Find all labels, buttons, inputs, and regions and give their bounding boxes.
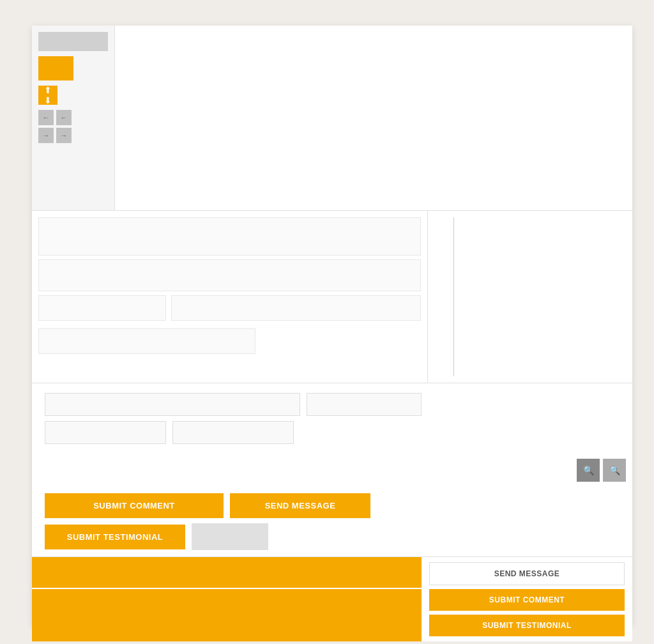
nav-arrows: ← ← → →: [38, 110, 108, 143]
bottom-orange-area: [32, 557, 422, 641]
submit-testimonial-button[interactable]: SUBMIT TESTIMONIAL: [45, 525, 185, 549]
input-field-3[interactable]: [45, 421, 166, 444]
form-row-1: [45, 393, 620, 416]
arrow-row-right: → →: [38, 128, 108, 143]
content-box-1: [38, 217, 421, 256]
sidebar-gray-top: [38, 32, 108, 51]
submit-comment-button[interactable]: SUBMIT COMMENT: [45, 493, 224, 518]
form-row-2: [45, 421, 620, 444]
content-box-2: [38, 259, 421, 291]
search-button-1[interactable]: 🔍: [577, 459, 600, 482]
input-field-4[interactable]: [172, 421, 294, 444]
input-field-1[interactable]: [45, 393, 300, 416]
content-box-3b: [171, 295, 421, 321]
bottom-submit-testimonial-button[interactable]: SUBMIT TESTIMONIAL: [429, 615, 625, 636]
orange-bar-top: [32, 557, 422, 589]
left-sidebar: ⬆⬇ ← ← → →: [32, 26, 115, 210]
vertical-divider: [453, 217, 626, 376]
orange-bar-bottom: [32, 589, 422, 620]
top-section: ⬆⬇ ← ← → →: [32, 26, 632, 211]
bottom-submit-comment-button[interactable]: SUBMIT COMMENT: [429, 589, 625, 611]
arrow-left-1[interactable]: ←: [38, 110, 54, 125]
arrow-row-left: ← ←: [38, 110, 108, 125]
form-section: [32, 383, 632, 459]
bottom-section: SEND MESSAGE SUBMIT COMMENT SUBMIT TESTI…: [32, 556, 632, 641]
bottom-send-message-button[interactable]: SEND MESSAGE: [429, 562, 625, 585]
input-field-2[interactable]: [307, 393, 422, 416]
button-section: SUBMIT COMMENT SEND MESSAGE SUBMIT TESTI…: [32, 487, 632, 556]
bottom-buttons-area: SEND MESSAGE SUBMIT COMMENT SUBMIT TESTI…: [422, 557, 632, 641]
content-box-4: [38, 328, 255, 354]
search-button-2[interactable]: 🔍: [603, 459, 626, 482]
header-content: [115, 26, 632, 210]
arrow-right-2[interactable]: →: [56, 128, 72, 143]
spinner-icon: ⬆⬇: [44, 85, 52, 105]
gray-placeholder: [192, 523, 268, 550]
arrow-left-2[interactable]: ←: [56, 110, 72, 125]
search-icon-2: 🔍: [609, 465, 620, 475]
sidebar-orange-block: [38, 56, 73, 80]
content-left: [32, 211, 428, 383]
btn-row-1: SUBMIT COMMENT SEND MESSAGE: [45, 493, 620, 518]
send-message-button[interactable]: SEND MESSAGE: [230, 493, 370, 518]
search-row: 🔍 🔍: [32, 459, 632, 482]
content-box-3a: [38, 295, 166, 321]
content-right: [428, 211, 632, 383]
main-container: ⬆⬇ ← ← → →: [32, 26, 632, 626]
btn-row-2: SUBMIT TESTIMONIAL: [45, 523, 620, 550]
sidebar-spinner[interactable]: ⬆⬇: [38, 86, 57, 105]
arrow-right-1[interactable]: →: [38, 128, 54, 143]
search-icon-1: 🔍: [583, 465, 594, 475]
middle-section: [32, 211, 632, 383]
